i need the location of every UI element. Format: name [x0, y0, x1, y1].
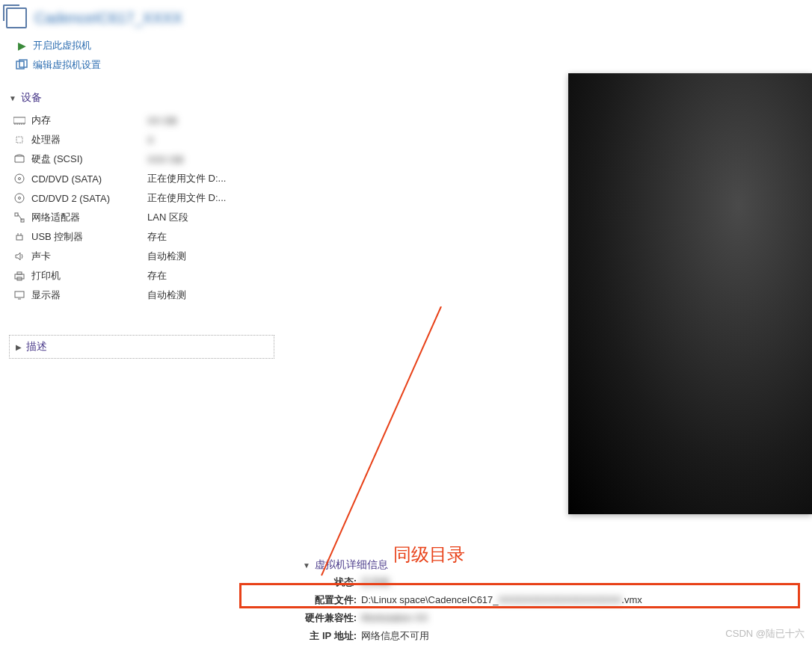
network-icon: [12, 212, 27, 223]
device-value: XX GB: [147, 115, 177, 126]
device-row[interactable]: 打印机存在: [9, 266, 271, 286]
chevron-down-icon: ▼: [303, 561, 310, 570]
detail-value: 网络信息不可用: [361, 629, 780, 644]
vm-details-header[interactable]: ▼ 虚拟机详细信息: [303, 557, 780, 573]
display-icon: [12, 289, 27, 301]
vm-details-section: ▼ 虚拟机详细信息 状态:已关机配置文件:D:\Linux space\Cade…: [303, 557, 780, 645]
cd-icon: [12, 192, 27, 204]
svg-point-11: [15, 194, 24, 203]
device-row[interactable]: 内存XX GB: [9, 111, 271, 130]
detail-row: 主 IP 地址:网络信息不可用: [303, 627, 780, 645]
device-value: X: [147, 135, 154, 146]
edit-icon: [15, 58, 28, 72]
svg-rect-16: [16, 235, 22, 240]
device-name: 硬盘 (SCSI): [31, 152, 147, 166]
svg-line-15: [18, 215, 22, 220]
description-title: 描述: [26, 340, 47, 354]
printer-icon: [12, 270, 27, 282]
devices-title: 设备: [21, 91, 42, 105]
vm-details-title: 虚拟机详细信息: [315, 558, 388, 572]
device-name: CD/DVD (SATA): [31, 173, 147, 185]
device-name: 处理器: [31, 133, 147, 146]
detail-value: D:\Linux space\CadenceIC617_XXXXXXXXXXXX…: [361, 593, 780, 608]
device-value: 自动检测: [147, 288, 186, 302]
detail-label: 配置文件:: [303, 593, 357, 608]
device-name: CD/DVD 2 (SATA): [31, 193, 147, 204]
detail-value: Workstation XX: [361, 611, 780, 626]
devices-table: 内存XX GB处理器X硬盘 (SCSI)XXX GBCD/DVD (SATA)正…: [9, 111, 271, 305]
device-row[interactable]: USB 控制器存在: [9, 227, 271, 247]
detail-row: 配置文件:D:\Linux space\CadenceIC617_XXXXXXX…: [303, 591, 780, 609]
device-name: 内存: [31, 114, 147, 127]
edit-vm-label: 编辑虚拟机设置: [33, 58, 101, 72]
vm-header: CadenceIC617_XXXX: [0, 0, 812, 36]
svg-rect-8: [16, 137, 22, 143]
cpu-icon: [12, 134, 27, 146]
svg-rect-13: [15, 213, 18, 216]
svg-rect-19: [15, 274, 24, 279]
device-name: 打印机: [31, 269, 147, 283]
description-header[interactable]: ▶ 描述: [16, 340, 268, 354]
usb-icon: [12, 231, 27, 243]
svg-rect-22: [15, 291, 24, 297]
svg-rect-20: [17, 272, 22, 274]
watermark: CSDN @陆已十六: [725, 627, 805, 641]
device-name: USB 控制器: [31, 230, 147, 244]
device-value: XXX GB: [147, 154, 183, 165]
detail-label: 硬件兼容性:: [303, 611, 357, 626]
start-vm-button[interactable]: ▶ 开启此虚拟机: [15, 36, 797, 55]
detail-row: 状态:已关机: [303, 573, 780, 591]
device-row[interactable]: 硬盘 (SCSI)XXX GB: [9, 149, 271, 169]
play-icon: ▶: [15, 39, 28, 52]
svg-point-12: [19, 197, 21, 200]
vm-title: CadenceIC617_XXXX: [34, 10, 182, 27]
detail-value: 已关机: [361, 575, 780, 590]
description-section[interactable]: ▶ 描述: [9, 335, 274, 359]
device-row[interactable]: CD/DVD (SATA)正在使用文件 D:...: [9, 169, 271, 188]
device-name: 网络适配器: [31, 211, 147, 224]
memory-icon: [12, 114, 27, 126]
svg-rect-2: [13, 117, 25, 123]
device-value: LAN 区段: [147, 211, 188, 224]
detail-row: 硬件兼容性:Workstation XX: [303, 609, 780, 627]
device-value: 存在: [147, 269, 167, 283]
sound-icon: [12, 250, 27, 262]
cd-icon: [12, 173, 27, 185]
detail-label: 状态:: [303, 575, 357, 590]
device-value: 存在: [147, 230, 167, 244]
device-name: 声卡: [31, 250, 147, 263]
vm-tab-icon: [6, 7, 27, 28]
device-row[interactable]: 显示器自动检测: [9, 286, 271, 305]
device-row[interactable]: CD/DVD 2 (SATA)正在使用文件 D:...: [9, 188, 271, 208]
device-row[interactable]: 处理器X: [9, 130, 271, 149]
start-vm-label: 开启此虚拟机: [33, 39, 91, 52]
chevron-down-icon: ▼: [9, 94, 16, 102]
device-row[interactable]: 声卡自动检测: [9, 247, 271, 266]
device-value: 正在使用文件 D:...: [147, 191, 226, 205]
device-value: 正在使用文件 D:...: [147, 172, 226, 185]
device-value: 自动检测: [147, 250, 186, 263]
vm-screen-preview: [568, 73, 812, 514]
device-row[interactable]: 网络适配器LAN 区段: [9, 208, 271, 227]
detail-label: 主 IP 地址:: [303, 629, 357, 644]
chevron-right-icon: ▶: [16, 343, 22, 351]
disk-icon: [12, 153, 27, 165]
device-name: 显示器: [31, 288, 147, 302]
svg-point-10: [19, 178, 21, 180]
svg-point-9: [15, 174, 24, 183]
edit-vm-button[interactable]: 编辑虚拟机设置: [15, 55, 797, 75]
